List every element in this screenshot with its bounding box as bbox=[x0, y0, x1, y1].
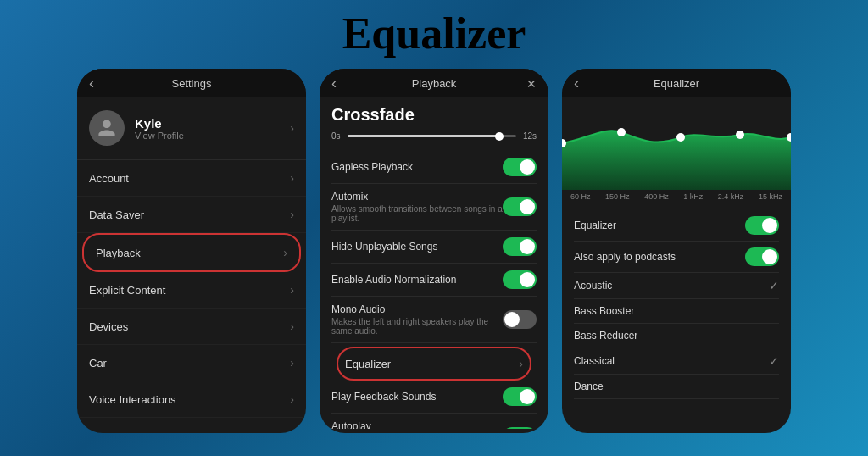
bass-reducer-row[interactable]: Bass Reducer bbox=[574, 324, 779, 348]
autoplay-info: Autoplay Enjoy nonstop music. We'll play… bbox=[331, 420, 503, 429]
voice-label: Voice Interactions bbox=[89, 393, 176, 406]
toggle-hide: Hide Unplayable Songs bbox=[331, 231, 537, 264]
freq-60hz: 60 Hz bbox=[570, 192, 591, 201]
chevron-icon: › bbox=[290, 392, 294, 406]
podcasts-label: Also apply to podcasts bbox=[574, 251, 676, 263]
feedback-toggle[interactable] bbox=[503, 387, 537, 406]
phone-settings: ‹ Settings Kyle View Profile › Account bbox=[77, 69, 306, 433]
profile-chevron-icon: › bbox=[290, 121, 294, 135]
profile-info: Kyle View Profile bbox=[135, 116, 184, 141]
acoustic-check-icon: ✓ bbox=[769, 279, 779, 292]
gapless-label: Gapless Playback bbox=[331, 161, 413, 173]
chevron-icon: › bbox=[290, 356, 294, 370]
toggle-gapless: Gapless Playback bbox=[331, 151, 537, 184]
settings-item-social[interactable]: Social › bbox=[77, 418, 306, 429]
playback-inner: Crossfade 0s 12s Gapless Playback Automi… bbox=[320, 97, 548, 429]
hide-toggle[interactable] bbox=[503, 237, 537, 256]
mono-label: Mono Audio bbox=[331, 303, 503, 315]
toggle-normalization: Enable Audio Normalization bbox=[331, 264, 537, 297]
close-icon[interactable]: ✕ bbox=[526, 77, 537, 91]
profile-sub: View Profile bbox=[135, 131, 184, 141]
automix-toggle[interactable] bbox=[503, 197, 537, 216]
playback-header: ‹ Playback ✕ bbox=[320, 69, 548, 97]
eq-row-label: Equalizer bbox=[574, 220, 616, 231]
settings-header: ‹ Settings bbox=[77, 69, 306, 97]
bass-reducer-label: Bass Reducer bbox=[574, 330, 637, 342]
back-icon[interactable]: ‹ bbox=[331, 75, 337, 92]
podcasts-toggle[interactable] bbox=[745, 247, 779, 266]
mono-toggle[interactable] bbox=[503, 310, 537, 329]
autoplay-label: Autoplay bbox=[331, 420, 503, 429]
eq-main-toggle[interactable] bbox=[745, 216, 779, 235]
norm-toggle[interactable] bbox=[503, 270, 537, 289]
settings-item-datasaver[interactable]: Data Saver › bbox=[77, 197, 306, 233]
acoustic-label: Acoustic bbox=[574, 280, 612, 292]
crossfade-title: Crossfade bbox=[331, 105, 537, 125]
automix-sub: Allows smooth transitions between songs … bbox=[331, 204, 503, 223]
mono-sub: Makes the left and right speakers play t… bbox=[331, 317, 503, 336]
eq-chart bbox=[562, 97, 791, 190]
eq-settings: Equalizer Also apply to podcasts Acousti… bbox=[562, 203, 791, 406]
feedback-label: Play Feedback Sounds bbox=[331, 391, 436, 403]
chevron-icon: › bbox=[290, 283, 294, 297]
toggle-automix: Automix Allows smooth transitions betwee… bbox=[331, 184, 537, 231]
crossfade-slider[interactable] bbox=[348, 135, 516, 137]
crossfade-left: 0s bbox=[331, 131, 341, 141]
datasaver-label: Data Saver bbox=[89, 209, 144, 221]
page-title: Equalizer bbox=[0, 0, 868, 69]
settings-content: Kyle View Profile › Account › Data Saver… bbox=[77, 97, 306, 429]
crossfade-slider-row: 0s 12s bbox=[331, 131, 537, 141]
toggle-feedback: Play Feedback Sounds bbox=[331, 381, 537, 414]
account-label: Account bbox=[89, 172, 129, 185]
slider-fill bbox=[348, 135, 499, 137]
chevron-icon: › bbox=[290, 171, 294, 185]
svg-point-2 bbox=[676, 133, 685, 142]
norm-label: Enable Audio Normalization bbox=[331, 274, 456, 286]
settings-item-voice[interactable]: Voice Interactions › bbox=[77, 381, 306, 418]
eq-label: Equalizer bbox=[345, 358, 391, 370]
profile-name: Kyle bbox=[135, 116, 184, 131]
podcasts-toggle-row: Also apply to podcasts bbox=[574, 242, 779, 273]
settings-item-playback[interactable]: Playback › bbox=[82, 233, 301, 272]
phone-equalizer: ‹ Equalizer bbox=[562, 69, 791, 433]
back-icon[interactable]: ‹ bbox=[89, 75, 94, 92]
classical-label: Classical bbox=[574, 355, 615, 367]
devices-label: Devices bbox=[89, 320, 128, 333]
bass-booster-label: Bass Booster bbox=[574, 305, 634, 317]
eq-content: 60 Hz 150 Hz 400 Hz 1 kHz 2.4 kHz 15 kHz… bbox=[562, 97, 791, 429]
eq-freq-labels: 60 Hz 150 Hz 400 Hz 1 kHz 2.4 kHz 15 kHz bbox=[562, 190, 791, 203]
dance-label: Dance bbox=[574, 381, 604, 392]
acoustic-row[interactable]: Acoustic ✓ bbox=[574, 273, 779, 299]
toggle-mono: Mono Audio Makes the left and right spea… bbox=[331, 297, 537, 343]
settings-item-car[interactable]: Car › bbox=[77, 345, 306, 381]
playback-title: Playback bbox=[412, 77, 457, 90]
eq-title: Equalizer bbox=[654, 77, 699, 90]
phones-container: ‹ Settings Kyle View Profile › Account bbox=[0, 69, 868, 433]
mono-info: Mono Audio Makes the left and right spea… bbox=[331, 303, 503, 336]
automix-info: Automix Allows smooth transitions betwee… bbox=[331, 191, 503, 223]
classical-row[interactable]: Classical ✓ bbox=[574, 348, 779, 375]
settings-item-account[interactable]: Account › bbox=[77, 160, 306, 197]
crossfade-right: 12s bbox=[523, 131, 537, 141]
svg-point-1 bbox=[617, 128, 626, 136]
back-icon[interactable]: ‹ bbox=[574, 75, 579, 92]
eq-chart-svg bbox=[562, 97, 791, 190]
freq-15khz: 15 kHz bbox=[759, 192, 782, 201]
profile-section[interactable]: Kyle View Profile › bbox=[77, 97, 306, 160]
eq-header: ‹ Equalizer bbox=[562, 69, 791, 97]
chevron-icon: › bbox=[290, 320, 294, 333]
chevron-icon: › bbox=[283, 246, 287, 259]
car-label: Car bbox=[89, 357, 107, 370]
svg-point-3 bbox=[736, 131, 744, 139]
dance-row[interactable]: Dance bbox=[574, 375, 779, 399]
playback-content: Crossfade 0s 12s Gapless Playback Automi… bbox=[320, 97, 548, 429]
gapless-toggle[interactable] bbox=[503, 158, 537, 176]
settings-item-explicit[interactable]: Explicit Content › bbox=[77, 272, 306, 309]
autoplay-toggle[interactable] bbox=[503, 427, 537, 429]
settings-item-devices[interactable]: Devices › bbox=[77, 309, 306, 345]
bass-booster-row[interactable]: Bass Booster bbox=[574, 299, 779, 324]
slider-thumb bbox=[495, 132, 504, 141]
explicit-label: Explicit Content bbox=[89, 284, 165, 297]
freq-1khz: 1 kHz bbox=[683, 192, 703, 201]
playback-equalizer[interactable]: Equalizer › bbox=[337, 347, 531, 381]
